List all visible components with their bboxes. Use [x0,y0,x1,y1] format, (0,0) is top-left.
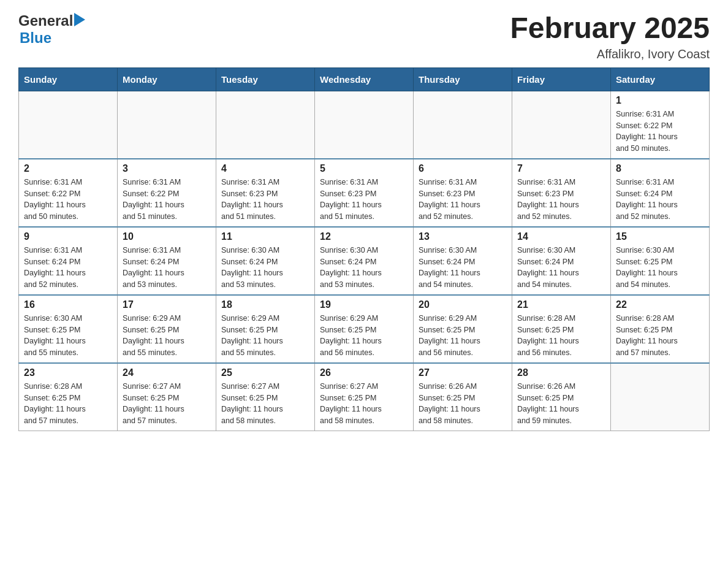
calendar-header-sunday: Sunday [19,67,118,91]
calendar-cell: 4Sunrise: 6:31 AMSunset: 6:23 PMDaylight… [216,159,315,227]
day-number: 28 [517,367,605,378]
day-info: Sunrise: 6:30 AMSunset: 6:25 PMDaylight:… [616,245,704,291]
calendar-header-friday: Friday [512,67,611,91]
day-info: Sunrise: 6:31 AMSunset: 6:23 PMDaylight:… [419,177,507,223]
calendar-cell [118,91,216,159]
logo-triangle-icon [74,13,85,29]
calendar-cell [512,91,611,159]
title-block: February 2025 Affalikro, Ivory Coast [510,12,710,61]
calendar-cell: 20Sunrise: 6:29 AMSunset: 6:25 PMDayligh… [414,295,512,363]
day-info: Sunrise: 6:29 AMSunset: 6:25 PMDaylight:… [221,313,309,359]
day-number: 5 [320,163,408,174]
day-info: Sunrise: 6:27 AMSunset: 6:25 PMDaylight:… [320,381,408,427]
day-info: Sunrise: 6:27 AMSunset: 6:25 PMDaylight:… [123,381,211,427]
day-info: Sunrise: 6:29 AMSunset: 6:25 PMDaylight:… [123,313,211,359]
day-info: Sunrise: 6:30 AMSunset: 6:24 PMDaylight:… [419,245,507,291]
calendar-cell: 10Sunrise: 6:31 AMSunset: 6:24 PMDayligh… [118,227,216,295]
day-info: Sunrise: 6:30 AMSunset: 6:25 PMDaylight:… [24,313,112,359]
location-title: Affalikro, Ivory Coast [510,47,710,61]
calendar-week-row-5: 23Sunrise: 6:28 AMSunset: 6:25 PMDayligh… [19,363,710,431]
calendar-header-monday: Monday [118,67,216,91]
calendar-cell: 26Sunrise: 6:27 AMSunset: 6:25 PMDayligh… [315,363,414,431]
day-info: Sunrise: 6:30 AMSunset: 6:24 PMDaylight:… [320,245,408,291]
day-number: 14 [517,231,605,242]
day-number: 10 [123,231,211,242]
day-info: Sunrise: 6:26 AMSunset: 6:25 PMDaylight:… [419,381,507,427]
calendar-cell: 12Sunrise: 6:30 AMSunset: 6:24 PMDayligh… [315,227,414,295]
day-info: Sunrise: 6:29 AMSunset: 6:25 PMDaylight:… [419,313,507,359]
day-info: Sunrise: 6:31 AMSunset: 6:23 PMDaylight:… [221,177,309,223]
calendar-cell: 22Sunrise: 6:28 AMSunset: 6:25 PMDayligh… [611,295,710,363]
logo: General Blue [18,12,85,47]
calendar-cell: 27Sunrise: 6:26 AMSunset: 6:25 PMDayligh… [414,363,512,431]
day-info: Sunrise: 6:31 AMSunset: 6:22 PMDaylight:… [123,177,211,223]
svg-marker-0 [74,13,85,26]
day-number: 8 [616,163,704,174]
day-number: 22 [616,299,704,310]
day-number: 18 [221,299,309,310]
day-info: Sunrise: 6:28 AMSunset: 6:25 PMDaylight:… [24,381,112,427]
calendar-table: SundayMondayTuesdayWednesdayThursdayFrid… [18,67,710,431]
day-info: Sunrise: 6:31 AMSunset: 6:24 PMDaylight:… [616,177,704,223]
day-number: 6 [419,163,507,174]
calendar-cell: 16Sunrise: 6:30 AMSunset: 6:25 PMDayligh… [19,295,118,363]
day-info: Sunrise: 6:31 AMSunset: 6:24 PMDaylight:… [24,245,112,291]
day-info: Sunrise: 6:28 AMSunset: 6:25 PMDaylight:… [517,313,605,359]
calendar-cell: 14Sunrise: 6:30 AMSunset: 6:24 PMDayligh… [512,227,611,295]
day-number: 2 [24,163,112,174]
calendar-header-wednesday: Wednesday [315,67,414,91]
day-info: Sunrise: 6:30 AMSunset: 6:24 PMDaylight:… [221,245,309,291]
day-info: Sunrise: 6:31 AMSunset: 6:23 PMDaylight:… [320,177,408,223]
calendar-cell: 1Sunrise: 6:31 AMSunset: 6:22 PMDaylight… [611,91,710,159]
day-number: 26 [320,367,408,378]
calendar-cell: 6Sunrise: 6:31 AMSunset: 6:23 PMDaylight… [414,159,512,227]
day-info: Sunrise: 6:31 AMSunset: 6:23 PMDaylight:… [517,177,605,223]
calendar-cell: 15Sunrise: 6:30 AMSunset: 6:25 PMDayligh… [611,227,710,295]
calendar-header-thursday: Thursday [414,67,512,91]
day-number: 16 [24,299,112,310]
calendar-cell: 18Sunrise: 6:29 AMSunset: 6:25 PMDayligh… [216,295,315,363]
day-number: 3 [123,163,211,174]
logo-blue-text: Blue [20,29,51,46]
day-number: 15 [616,231,704,242]
calendar-week-row-3: 9Sunrise: 6:31 AMSunset: 6:24 PMDaylight… [19,227,710,295]
day-number: 25 [221,367,309,378]
calendar-cell [216,91,315,159]
day-number: 24 [123,367,211,378]
calendar-week-row-2: 2Sunrise: 6:31 AMSunset: 6:22 PMDaylight… [19,159,710,227]
calendar-cell [19,91,118,159]
day-number: 13 [419,231,507,242]
calendar-cell [611,363,710,431]
day-number: 12 [320,231,408,242]
day-number: 23 [24,367,112,378]
calendar-week-row-1: 1Sunrise: 6:31 AMSunset: 6:22 PMDaylight… [19,91,710,159]
calendar-cell: 3Sunrise: 6:31 AMSunset: 6:22 PMDaylight… [118,159,216,227]
day-info: Sunrise: 6:29 AMSunset: 6:25 PMDaylight:… [320,313,408,359]
calendar-cell [315,91,414,159]
day-info: Sunrise: 6:31 AMSunset: 6:22 PMDaylight:… [24,177,112,223]
day-info: Sunrise: 6:27 AMSunset: 6:25 PMDaylight:… [221,381,309,427]
calendar-week-row-4: 16Sunrise: 6:30 AMSunset: 6:25 PMDayligh… [19,295,710,363]
day-number: 17 [123,299,211,310]
day-number: 11 [221,231,309,242]
calendar-cell: 17Sunrise: 6:29 AMSunset: 6:25 PMDayligh… [118,295,216,363]
calendar-cell: 5Sunrise: 6:31 AMSunset: 6:23 PMDaylight… [315,159,414,227]
calendar-cell: 28Sunrise: 6:26 AMSunset: 6:25 PMDayligh… [512,363,611,431]
day-info: Sunrise: 6:31 AMSunset: 6:24 PMDaylight:… [123,245,211,291]
day-info: Sunrise: 6:30 AMSunset: 6:24 PMDaylight:… [517,245,605,291]
day-number: 7 [517,163,605,174]
calendar-cell: 25Sunrise: 6:27 AMSunset: 6:25 PMDayligh… [216,363,315,431]
month-title: February 2025 [510,12,710,45]
page-header: General Blue February 2025 Affalikro, Iv… [18,12,710,61]
day-info: Sunrise: 6:28 AMSunset: 6:25 PMDaylight:… [616,313,704,359]
day-number: 9 [24,231,112,242]
day-number: 4 [221,163,309,174]
day-info: Sunrise: 6:26 AMSunset: 6:25 PMDaylight:… [517,381,605,427]
calendar-cell: 24Sunrise: 6:27 AMSunset: 6:25 PMDayligh… [118,363,216,431]
calendar-cell: 11Sunrise: 6:30 AMSunset: 6:24 PMDayligh… [216,227,315,295]
calendar-cell [414,91,512,159]
calendar-cell: 2Sunrise: 6:31 AMSunset: 6:22 PMDaylight… [19,159,118,227]
calendar-header-row: SundayMondayTuesdayWednesdayThursdayFrid… [19,67,710,91]
calendar-cell: 9Sunrise: 6:31 AMSunset: 6:24 PMDaylight… [19,227,118,295]
calendar-cell: 21Sunrise: 6:28 AMSunset: 6:25 PMDayligh… [512,295,611,363]
